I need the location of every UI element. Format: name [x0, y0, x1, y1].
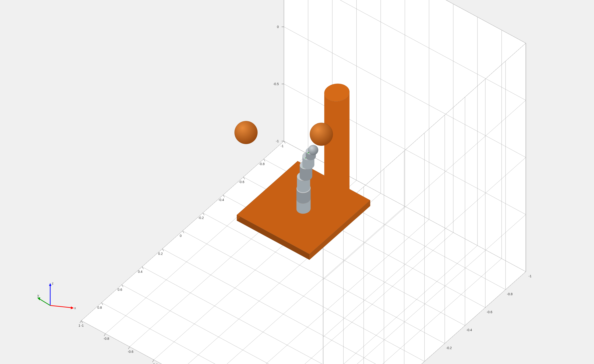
- svg-point-159: [308, 145, 318, 155]
- svg-text:-0.4: -0.4: [219, 198, 224, 202]
- viewport-3d[interactable]: -1-0.500.51-1-0.8-0.6-0.4-0.200.20.40.60…: [0, 0, 594, 364]
- svg-marker-126: [324, 92, 350, 204]
- svg-marker-166: [37, 297, 40, 300]
- svg-marker-162: [49, 283, 51, 286]
- svg-line-73: [152, 360, 154, 362]
- svg-line-71: [128, 347, 130, 349]
- svg-line-165: [39, 299, 50, 306]
- svg-text:-1: -1: [276, 139, 279, 143]
- svg-text:0.4: 0.4: [138, 270, 143, 273]
- svg-text:-0.2: -0.2: [198, 216, 204, 220]
- z-axis-label: z: [52, 281, 54, 285]
- x-axis-label: x: [74, 306, 76, 310]
- svg-text:0: 0: [277, 25, 279, 29]
- svg-point-128: [310, 123, 333, 146]
- orientation-triad: z x y: [37, 275, 84, 322]
- svg-text:-0.2: -0.2: [446, 346, 452, 350]
- svg-text:0.6: 0.6: [118, 288, 122, 292]
- svg-text:-0.8: -0.8: [104, 337, 109, 340]
- svg-point-160: [234, 121, 257, 144]
- svg-text:-0.4: -0.4: [152, 363, 158, 364]
- svg-text:-0.4: -0.4: [466, 328, 472, 332]
- svg-text:0: 0: [180, 234, 182, 238]
- svg-text:-0.5: -0.5: [273, 82, 279, 86]
- svg-text:-0.6: -0.6: [239, 180, 244, 184]
- svg-text:-1: -1: [81, 324, 84, 327]
- y-axis-label: y: [37, 293, 39, 297]
- svg-marker-164: [71, 306, 74, 309]
- svg-text:-0.6: -0.6: [128, 350, 133, 353]
- scene-svg[interactable]: -1-0.500.51-1-0.8-0.6-0.4-0.200.20.40.60…: [0, 0, 594, 364]
- svg-line-163: [50, 306, 72, 308]
- svg-text:-0.8: -0.8: [507, 292, 513, 296]
- svg-text:-0.6: -0.6: [486, 310, 492, 314]
- svg-text:-1: -1: [281, 144, 284, 148]
- svg-text:1: 1: [78, 324, 80, 327]
- svg-text:-1: -1: [529, 274, 532, 278]
- svg-text:0.8: 0.8: [97, 306, 102, 309]
- svg-text:0.2: 0.2: [158, 252, 163, 256]
- svg-text:-0.8: -0.8: [259, 162, 264, 166]
- svg-line-69: [104, 334, 106, 336]
